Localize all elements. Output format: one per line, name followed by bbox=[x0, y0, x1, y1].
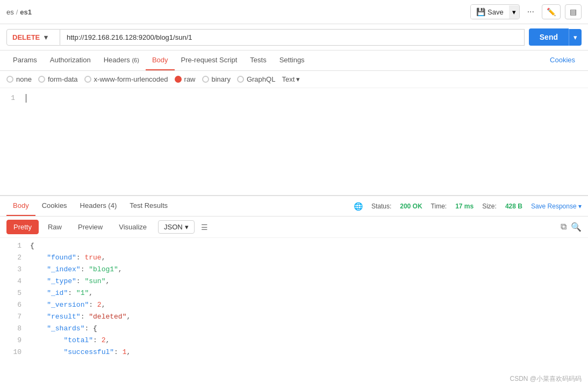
tab-headers[interactable]: Headers (6) bbox=[97, 50, 146, 70]
tab-cookies[interactable]: Cookies bbox=[543, 50, 582, 70]
filter-icon[interactable]: ☰ bbox=[201, 223, 208, 232]
doc-icon: ▤ bbox=[570, 8, 577, 16]
json-line-1: 1 { bbox=[0, 240, 588, 252]
radio-binary[interactable] bbox=[202, 76, 209, 83]
breadcrumb-current: es1 bbox=[20, 8, 32, 16]
json-format-dropdown[interactable]: JSON ▾ bbox=[158, 220, 195, 234]
ln-2: 2 bbox=[4, 252, 21, 264]
json-line-4: 4 "_type": "sun", bbox=[0, 276, 588, 287]
save-button[interactable]: 💾 Save bbox=[471, 5, 509, 19]
status-value: 200 OK bbox=[400, 203, 422, 210]
ln-9: 9 bbox=[4, 335, 21, 346]
tab-settings[interactable]: Settings bbox=[273, 50, 311, 70]
json-line-9: 9 "total": 2, bbox=[0, 335, 588, 346]
time-value: 17 ms bbox=[455, 203, 474, 210]
format-tabs: Pretty Raw Preview Visualize JSON ▾ ☰ ⧉ … bbox=[0, 216, 588, 238]
breadcrumb-parent: es bbox=[6, 8, 14, 16]
resp-tab-cookies[interactable]: Cookies bbox=[35, 196, 74, 216]
ln-10: 10 bbox=[4, 346, 21, 356]
option-none-label: none bbox=[16, 75, 32, 83]
radio-raw[interactable] bbox=[175, 76, 182, 83]
cursor-line bbox=[26, 92, 584, 103]
option-graphql-label: GraphQL bbox=[247, 75, 275, 83]
option-raw[interactable]: raw bbox=[175, 75, 196, 83]
response-tabs-bar: Body Cookies Headers (4) Test Results 🌐 … bbox=[0, 196, 588, 216]
method-caret-icon: ▾ bbox=[44, 33, 48, 41]
option-urlencoded-label: x-www-form-urlencoded bbox=[94, 75, 168, 83]
save-icon: 💾 bbox=[476, 8, 485, 16]
resp-tab-tests[interactable]: Test Results bbox=[123, 196, 174, 216]
response-action-icons: ⧉ 🔍 bbox=[561, 222, 582, 232]
editor-content[interactable] bbox=[21, 92, 588, 191]
json-line-5: 5 "_id": "1", bbox=[0, 287, 588, 299]
tab-tests[interactable]: Tests bbox=[243, 50, 273, 70]
fmt-tab-pretty[interactable]: Pretty bbox=[6, 220, 39, 234]
response-section: Body Cookies Headers (4) Test Results 🌐 … bbox=[0, 196, 588, 356]
request-editor: 1 bbox=[0, 88, 588, 196]
save-dropdown-button[interactable]: ▾ bbox=[509, 5, 519, 19]
top-actions: 💾 Save ▾ ··· ✏️ ▤ bbox=[470, 4, 582, 19]
edit-icon: ✏️ bbox=[547, 8, 556, 16]
ln-6: 6 bbox=[4, 299, 21, 311]
json-line-3: 3 "_index": "blog1", bbox=[0, 264, 588, 276]
json-line-8: 8 "_shards": { bbox=[0, 323, 588, 335]
breadcrumb: es / es1 bbox=[6, 8, 32, 16]
option-binary-label: binary bbox=[212, 75, 231, 83]
json-output: 1 { 2 "found": true, 3 "_index": "blog1"… bbox=[0, 238, 588, 356]
option-none[interactable]: none bbox=[6, 75, 32, 83]
ln-8: 8 bbox=[4, 323, 21, 335]
fmt-tab-raw[interactable]: Raw bbox=[41, 220, 69, 234]
save-label: Save bbox=[487, 8, 504, 16]
url-input[interactable] bbox=[60, 29, 525, 46]
option-raw-label: raw bbox=[184, 75, 196, 83]
method-selector[interactable]: DELETE ▾ bbox=[6, 29, 60, 46]
radio-none[interactable] bbox=[6, 76, 13, 83]
json-line-6: 6 "_version": 2, bbox=[0, 299, 588, 311]
option-formdata-label: form-data bbox=[48, 75, 78, 83]
status-label: Status: bbox=[371, 203, 391, 210]
text-dropdown-caret-icon: ▾ bbox=[296, 75, 300, 83]
save-response-label: Save Response bbox=[531, 203, 577, 210]
resp-tab-headers[interactable]: Headers (4) bbox=[74, 196, 124, 216]
option-urlencoded[interactable]: x-www-form-urlencoded bbox=[84, 75, 168, 83]
save-response-button[interactable]: Save Response ▾ bbox=[531, 203, 582, 210]
radio-urlencoded[interactable] bbox=[84, 76, 91, 83]
save-group: 💾 Save ▾ bbox=[470, 4, 520, 19]
option-graphql[interactable]: GraphQL bbox=[237, 75, 275, 83]
url-bar: DELETE ▾ Send ▾ bbox=[0, 24, 588, 50]
size-label: Size: bbox=[482, 203, 497, 210]
send-dropdown-button[interactable]: ▾ bbox=[569, 29, 582, 46]
send-group: Send ▾ bbox=[529, 28, 582, 46]
text-format-label: Text bbox=[282, 75, 295, 83]
tab-params[interactable]: Params bbox=[6, 50, 44, 70]
search-icon[interactable]: 🔍 bbox=[571, 222, 582, 232]
json-format-label: JSON bbox=[164, 223, 183, 231]
json-line-7: 7 "result": "deleted", bbox=[0, 311, 588, 323]
ln-4: 4 bbox=[4, 276, 21, 287]
radio-graphql[interactable] bbox=[237, 76, 244, 83]
option-binary[interactable]: binary bbox=[202, 75, 231, 83]
doc-icon-button[interactable]: ▤ bbox=[565, 4, 582, 19]
fmt-tab-visualize[interactable]: Visualize bbox=[112, 220, 154, 234]
more-button[interactable]: ··· bbox=[524, 5, 537, 19]
resp-tab-body[interactable]: Body bbox=[6, 196, 35, 216]
method-label: DELETE bbox=[12, 33, 40, 41]
tab-prerequest[interactable]: Pre-request Script bbox=[175, 50, 244, 70]
response-status-area: 🌐 Status: 200 OK Time: 17 ms Size: 428 B… bbox=[354, 202, 582, 211]
size-value: 428 B bbox=[505, 203, 522, 210]
line-numbers: 1 bbox=[0, 92, 21, 191]
radio-formdata[interactable] bbox=[38, 76, 45, 83]
body-options: none form-data x-www-form-urlencoded raw… bbox=[0, 71, 588, 88]
json-brace-open: { bbox=[30, 240, 34, 252]
send-button[interactable]: Send bbox=[529, 28, 569, 46]
fmt-tab-preview[interactable]: Preview bbox=[71, 220, 110, 234]
option-formdata[interactable]: form-data bbox=[38, 75, 78, 83]
save-response-caret-icon: ▾ bbox=[578, 203, 582, 210]
ln-7: 7 bbox=[4, 311, 21, 323]
json-line-2: 2 "found": true, bbox=[0, 252, 588, 264]
tab-authorization[interactable]: Authorization bbox=[44, 50, 97, 70]
edit-icon-button[interactable]: ✏️ bbox=[542, 4, 561, 19]
text-format-dropdown[interactable]: Text ▾ bbox=[282, 75, 300, 83]
copy-icon[interactable]: ⧉ bbox=[561, 222, 567, 232]
tab-body[interactable]: Body bbox=[146, 50, 175, 70]
